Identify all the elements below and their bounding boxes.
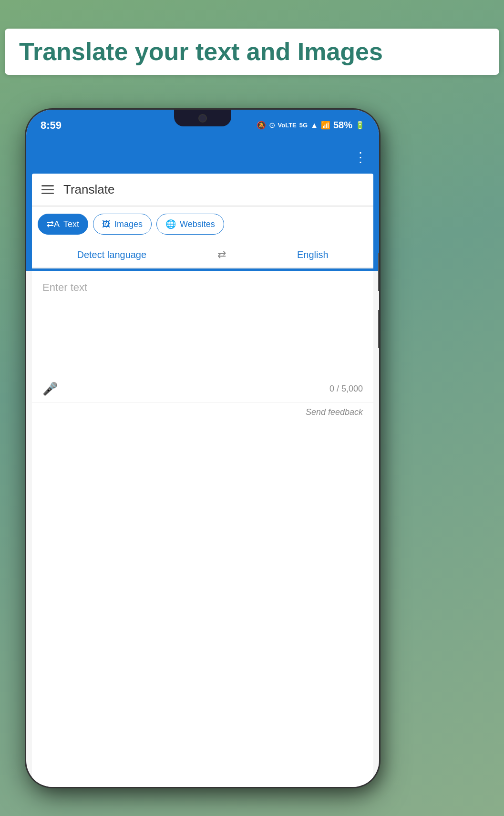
tab-websites[interactable]: 🌐 Websites xyxy=(156,214,224,235)
app-header: Translate xyxy=(32,174,373,206)
browser-icon: 🌐 xyxy=(165,219,176,229)
feedback-link[interactable]: Send feedback xyxy=(306,407,363,417)
app-bar-bg: ⋮ Translate ⇄A Text 🖼 xyxy=(26,141,379,271)
text-input-area[interactable]: Enter text xyxy=(32,271,373,376)
wifi-icon: ⊙ xyxy=(269,121,275,130)
front-camera xyxy=(198,114,207,123)
input-footer: 🎤 0 / 5,000 xyxy=(32,376,373,402)
tabs-container: ⇄A Text 🖼 Images 🌐 Websites xyxy=(32,207,373,242)
status-time: 8:59 xyxy=(41,119,62,132)
volte-icon: VoLTE xyxy=(278,122,297,129)
banner-title: Translate your text and Images xyxy=(19,38,485,65)
swap-languages-icon[interactable]: ⇄ xyxy=(217,248,226,261)
battery-level: 58% xyxy=(333,120,352,131)
hamburger-line-2 xyxy=(41,189,54,190)
feedback-bar: Send feedback xyxy=(32,402,373,422)
promo-banner: Translate your text and Images xyxy=(5,29,499,75)
signal-bars: 📶 xyxy=(321,121,330,130)
network-icon: 5G xyxy=(299,122,308,129)
hamburger-line-1 xyxy=(41,185,54,186)
microphone-icon[interactable]: 🎤 xyxy=(42,382,58,396)
language-bar: Detect language ⇄ English xyxy=(32,242,373,268)
battery-icon: 🔋 xyxy=(355,121,365,130)
input-placeholder: Enter text xyxy=(42,281,363,294)
lang-divider xyxy=(32,268,373,269)
volume-button xyxy=(378,253,379,291)
status-icons: 🔕 ⊙ VoLTE 5G ▲ 📶 58% 🔋 xyxy=(257,120,365,131)
source-language[interactable]: Detect language xyxy=(77,249,146,260)
tab-websites-label: Websites xyxy=(180,219,215,229)
signal-icon: ▲ xyxy=(310,121,318,130)
hamburger-menu[interactable] xyxy=(41,185,54,194)
phone-screen: 8:59 🔕 ⊙ VoLTE 5G ▲ 📶 58% 🔋 ⋮ xyxy=(26,110,379,787)
power-button xyxy=(378,310,379,348)
tab-text[interactable]: ⇄A Text xyxy=(38,214,88,235)
hamburger-line-3 xyxy=(41,193,54,194)
app-bar: ⋮ xyxy=(26,141,379,174)
image-icon: 🖼 xyxy=(102,219,111,229)
input-section: Enter text 🎤 0 / 5,000 xyxy=(32,271,373,402)
phone-notch xyxy=(174,110,231,126)
char-counter: 0 / 5,000 xyxy=(329,384,363,394)
more-options-icon[interactable]: ⋮ xyxy=(354,149,367,165)
target-language[interactable]: English xyxy=(297,249,329,260)
phone-frame: 8:59 🔕 ⊙ VoLTE 5G ▲ 📶 58% 🔋 ⋮ xyxy=(26,110,379,787)
tab-images-label: Images xyxy=(114,219,143,229)
translate-icon: ⇄A xyxy=(47,219,60,229)
mute-icon: 🔕 xyxy=(257,121,266,130)
app-title: Translate xyxy=(63,182,114,197)
tab-text-label: Text xyxy=(63,219,79,229)
output-area xyxy=(32,422,373,787)
tab-images[interactable]: 🖼 Images xyxy=(93,214,152,235)
